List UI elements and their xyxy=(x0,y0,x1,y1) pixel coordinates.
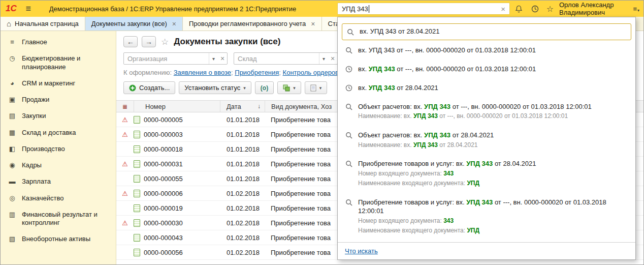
sidebar-item-hr[interactable]: ◉Кадры xyxy=(1,157,116,173)
link-order-control[interactable]: Контроль ордеров xyxy=(283,69,339,76)
chevron-down-icon[interactable]: ▾ xyxy=(319,53,328,64)
close-tab-icon[interactable]: × xyxy=(311,20,315,28)
doc-date: 01.01.2018 xyxy=(220,116,265,124)
match-highlight: УПД 343 xyxy=(424,131,450,139)
search-history-item[interactable]: вх. УПД 343 от ---, вн. 0000-000020 от 0… xyxy=(338,60,635,79)
notifications-bell-icon[interactable] xyxy=(511,1,526,17)
search-result-item[interactable]: Приобретение товаров и услуг: вх. УПД 34… xyxy=(338,155,635,193)
sidebar-item-crm[interactable]: ◕CRM и маркетинг xyxy=(1,75,116,92)
to-process-label: К оформлению: xyxy=(123,69,172,76)
purchase-document-icon xyxy=(134,175,140,183)
result-text: от ---, вн. 0000-000020 от 01.03.2018 12… xyxy=(450,103,592,110)
history-icon[interactable] xyxy=(528,1,542,17)
what-to-search-link[interactable]: Что искать xyxy=(345,247,378,255)
organization-filter-combobox[interactable]: Организация ▾ × xyxy=(123,52,228,65)
tab-home[interactable]: ⌂ Начальная страница xyxy=(1,17,85,31)
search-icon xyxy=(345,132,352,139)
sidebar-item-budgeting[interactable]: ◷Бюджетирование и планирование xyxy=(1,50,116,75)
chevron-down-icon[interactable]: ▾ xyxy=(209,53,218,64)
sidebar-item-warehouse[interactable]: ▦Склад и доставка xyxy=(1,125,116,141)
doc-number: 0000-000019 xyxy=(144,204,183,212)
tab-regulated-entries[interactable]: Проводки регламентированного учета × xyxy=(183,17,322,31)
doc-date: 01.01.2018 xyxy=(220,131,265,138)
sidebar-item-main[interactable]: ≡Главное xyxy=(1,34,116,50)
search-result-item[interactable]: Приобретение товаров и услуг: вх. УПД 34… xyxy=(338,193,635,241)
search-result-item[interactable]: Объект расчетов: вх. УПД 343 от 28.04.20… xyxy=(338,126,635,155)
clear-filter-icon[interactable]: × xyxy=(328,54,337,63)
link-acquisitions[interactable]: Приобретения xyxy=(235,69,279,76)
doc-date: 01.02.2018 xyxy=(220,219,265,227)
app-title: Демонстрационная база / 1С:ERP Управлени… xyxy=(49,5,297,13)
result-text: от 28.04.2021 xyxy=(493,160,536,167)
sidebar-item-label: Внеоборотные активы xyxy=(22,235,90,243)
result-detail: Наименование входящего документа: УПД xyxy=(358,226,629,235)
result-detail: Наименование входящего документа: УПД xyxy=(358,179,536,188)
sidebar-item-label: Зарплата xyxy=(22,178,51,186)
service-menu-icon[interactable]: ≡ ▾ xyxy=(631,1,641,17)
sales-icon: ▣ xyxy=(8,96,17,104)
sidebar-item-label: Производство xyxy=(22,145,65,153)
sidebar-item-sales[interactable]: ▣Продажи xyxy=(1,92,116,108)
doc-number: 0000-000056 xyxy=(144,249,183,256)
sidebar-item-financial-result[interactable]: ▥Финансовый результат и контроллинг xyxy=(1,207,116,231)
match-highlight: УПД 343 xyxy=(413,112,438,120)
chevron-down-icon: ▾ xyxy=(243,85,246,91)
warning-icon: ⚠ xyxy=(122,161,128,167)
close-tab-icon[interactable]: × xyxy=(172,20,176,28)
forward-button[interactable]: → xyxy=(142,36,156,47)
search-suggestion-selected[interactable]: вх. УПД 343 от 28.04.2021 xyxy=(342,23,631,40)
suggestion-text: вх. xyxy=(358,65,369,73)
sidebar-item-label: Казначейство xyxy=(22,194,63,202)
search-result-item[interactable]: Объект расчетов: вх. УПД 343 от ---, вн.… xyxy=(338,98,635,126)
print-menu-button[interactable]: ▾ xyxy=(305,81,328,94)
result-text: Приобретение товаров и услуг: вх. xyxy=(358,160,466,167)
match-highlight: УПД 343 xyxy=(369,84,395,92)
set-status-button[interactable]: Установить статус ▾ xyxy=(179,81,251,94)
search-input[interactable]: УПД 343 xyxy=(342,5,368,13)
favorites-star-icon[interactable]: ☆ xyxy=(543,1,557,17)
home-icon: ⌂ xyxy=(7,19,11,28)
exchange-menu-button[interactable]: ▾ xyxy=(277,81,301,94)
link-import-applications[interactable]: Заявления о ввозе xyxy=(174,69,231,76)
match-highlight: УПД 343 xyxy=(466,160,493,167)
tab-label: Документы закупки (все) xyxy=(91,20,167,27)
warehouse-icon: ▦ xyxy=(8,129,17,137)
match-highlight: 343 xyxy=(443,217,454,224)
favorite-star-icon[interactable]: ☆ xyxy=(161,37,169,47)
sidebar-item-production[interactable]: ◧Производство xyxy=(1,141,116,157)
state-column-icon: ▦ xyxy=(122,104,127,109)
global-search-box[interactable]: УПД 343 × xyxy=(337,3,510,15)
tab-purchase-documents[interactable]: Документы закупки (все) × xyxy=(85,17,183,31)
back-button[interactable]: ← xyxy=(123,36,138,47)
sidebar-item-label: Кадры xyxy=(22,161,42,169)
sidebar-item-fixed-assets[interactable]: ▧Внеоборотные активы xyxy=(1,231,116,247)
document-icon xyxy=(310,84,316,92)
sidebar-item-treasury[interactable]: ◎Казначейство xyxy=(1,190,116,207)
sidebar-item-payroll[interactable]: ▬Зарплата xyxy=(1,173,116,190)
clear-search-icon[interactable]: × xyxy=(501,5,505,13)
purchase-document-icon xyxy=(134,131,140,138)
search-dropdown-footer: Что искать xyxy=(338,242,635,259)
crm-icon: ◕ xyxy=(8,79,17,87)
doc-number: 0000-000005 xyxy=(144,116,183,124)
sidebar-item-label: Склад и доставка xyxy=(22,129,76,137)
result-text: Объект расчетов: вх. xyxy=(358,131,424,139)
interval-button[interactable]: (о) xyxy=(255,81,274,94)
sidebar-item-purchases[interactable]: ▤Закупки xyxy=(1,108,116,124)
search-history-item[interactable]: вх. УПД 343 от 28.04.2021 xyxy=(338,79,635,98)
chevron-down-icon: ▾ xyxy=(293,85,296,91)
create-button[interactable]: Создать... xyxy=(123,81,175,94)
result-text: от 28.04.2021 xyxy=(450,131,494,139)
search-suggestion[interactable]: вх. УПД 343 от ---, вн. 0000-000020 от 0… xyxy=(338,41,635,60)
result-text: Приобретение товаров и услуг: вх. xyxy=(358,198,466,206)
warehouse-filter-combobox[interactable]: Склад ▾ × xyxy=(234,52,338,65)
doc-date: 01.01.2018 xyxy=(220,160,265,168)
column-header-number[interactable]: Номер xyxy=(134,101,220,112)
purchase-document-icon xyxy=(134,160,140,168)
main-menu-button[interactable]: ≡ xyxy=(21,4,36,14)
doc-date: 01.02.2018 xyxy=(220,204,265,212)
column-header-date[interactable]: Дата ↓ xyxy=(220,101,265,112)
doc-date: 01.01.2018 xyxy=(220,145,265,153)
purchase-document-icon xyxy=(134,116,140,124)
clear-filter-icon[interactable]: × xyxy=(218,54,227,63)
